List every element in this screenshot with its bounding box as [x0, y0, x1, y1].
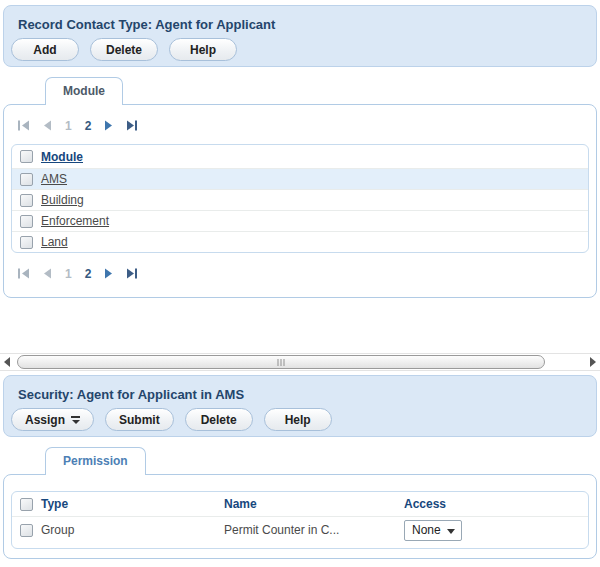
- module-row-link[interactable]: AMS: [41, 172, 67, 186]
- add-button[interactable]: Add: [11, 38, 79, 61]
- page-number-current: 1: [65, 119, 72, 133]
- row-checkbox[interactable]: [20, 236, 33, 249]
- help-button[interactable]: Help: [169, 38, 237, 61]
- first-page-icon: [18, 268, 30, 279]
- tab-permission[interactable]: Permission: [45, 447, 146, 475]
- assign-button-label: Assign: [25, 413, 65, 427]
- tab-module[interactable]: Module: [45, 77, 123, 105]
- table-row[interactable]: Building: [12, 189, 588, 210]
- row-checkbox[interactable]: [20, 194, 33, 207]
- module-row-link[interactable]: Enforcement: [41, 214, 109, 228]
- table-row[interactable]: Land: [12, 231, 588, 252]
- select-all-checkbox[interactable]: [20, 150, 33, 163]
- permission-panel: Type Name Access Group Permit Counter in…: [3, 474, 597, 559]
- record-contact-header-panel: Record Contact Type: Agent for Applicant…: [3, 5, 597, 67]
- access-select-value: None: [412, 523, 441, 537]
- row-checkbox[interactable]: [20, 173, 33, 186]
- name-cell: Permit Counter in C...: [224, 523, 404, 537]
- row-checkbox[interactable]: [20, 524, 33, 537]
- security-title: Security: Agent for Applicant in AMS: [4, 376, 596, 402]
- horizontal-scrollbar[interactable]: [0, 353, 600, 371]
- security-header-panel: Security: Agent for Applicant in AMS Ass…: [3, 375, 597, 437]
- scrollbar-grip-icon: [278, 359, 285, 366]
- permission-table-header-row: Type Name Access: [12, 492, 588, 516]
- prev-page-icon: [43, 120, 52, 131]
- record-contact-title: Record Contact Type: Agent for Applicant: [4, 6, 596, 32]
- page-number-link[interactable]: 2: [85, 119, 92, 133]
- submit-button[interactable]: Submit: [105, 408, 174, 431]
- prev-page-icon: [43, 268, 52, 279]
- table-row[interactable]: Group Permit Counter in C... None: [12, 516, 588, 543]
- delete-button[interactable]: Delete: [185, 408, 253, 431]
- select-all-checkbox[interactable]: [20, 498, 33, 511]
- next-page-icon[interactable]: [104, 120, 113, 131]
- scroll-left-icon[interactable]: [4, 357, 10, 367]
- menu-caret-icon: [71, 416, 80, 424]
- pagination-top: 1 2: [4, 119, 596, 132]
- page-number-current: 1: [65, 267, 72, 281]
- access-column-header: Access: [404, 497, 580, 511]
- scrollbar-thumb[interactable]: [17, 355, 545, 369]
- module-row-link[interactable]: Land: [41, 235, 68, 249]
- type-cell: Group: [41, 523, 74, 537]
- permission-table: Type Name Access Group Permit Counter in…: [11, 491, 589, 549]
- type-column-header: Type: [41, 497, 68, 511]
- table-row[interactable]: Enforcement: [12, 210, 588, 231]
- module-column-header[interactable]: Module: [41, 150, 83, 164]
- security-toolbar: Assign Submit Delete Help: [4, 408, 596, 431]
- last-page-icon[interactable]: [126, 268, 138, 279]
- delete-button[interactable]: Delete: [90, 38, 158, 61]
- first-page-icon: [18, 120, 30, 131]
- help-button[interactable]: Help: [264, 408, 332, 431]
- chevron-down-icon: [447, 529, 455, 534]
- module-row-link[interactable]: Building: [41, 193, 84, 207]
- last-page-icon[interactable]: [126, 120, 138, 131]
- record-contact-toolbar: Add Delete Help: [4, 38, 596, 61]
- row-checkbox[interactable]: [20, 215, 33, 228]
- name-column-header: Name: [224, 497, 404, 511]
- scroll-right-icon[interactable]: [590, 357, 596, 367]
- pagination-bottom: 1 2: [4, 267, 596, 280]
- assign-menu-button[interactable]: Assign: [11, 408, 94, 431]
- next-page-icon[interactable]: [104, 268, 113, 279]
- module-list-panel: 1 2 Module AMS Building Enforcement Land: [3, 104, 597, 298]
- access-select[interactable]: None: [404, 520, 462, 541]
- module-table: Module AMS Building Enforcement Land: [11, 144, 589, 253]
- module-table-header-row: Module: [12, 145, 588, 168]
- table-row[interactable]: AMS: [12, 168, 588, 189]
- page-number-link[interactable]: 2: [85, 267, 92, 281]
